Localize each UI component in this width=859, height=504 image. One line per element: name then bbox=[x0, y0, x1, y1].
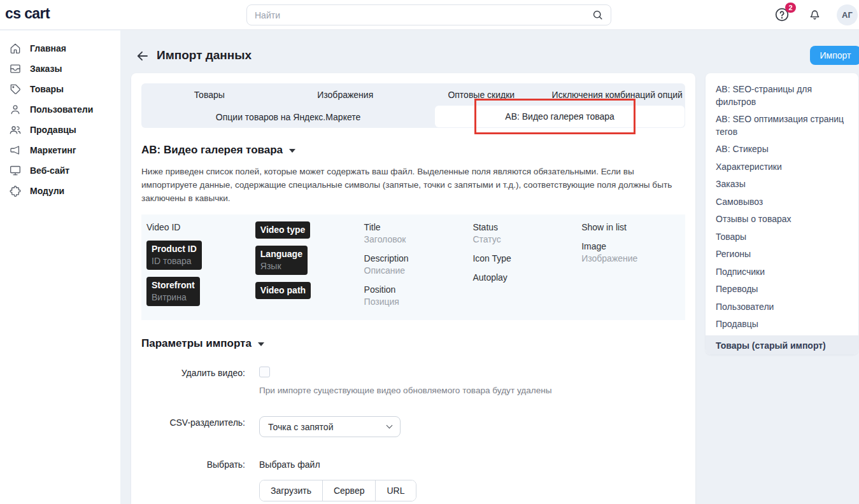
home-icon bbox=[9, 42, 22, 55]
sidebar-item-products[interactable]: Товары bbox=[0, 79, 120, 99]
field-name: Product ID bbox=[152, 243, 197, 255]
import-section-link[interactable]: Характеристики bbox=[706, 158, 858, 176]
caret-down-icon bbox=[289, 149, 295, 153]
sidebar-item-vendors[interactable]: Продавцы bbox=[0, 120, 120, 140]
orders-icon bbox=[9, 62, 22, 75]
help-icon[interactable]: 2 bbox=[774, 6, 790, 23]
field: ImageИзображение bbox=[581, 241, 637, 265]
csv-delimiter-select[interactable]: Точка с запятой bbox=[259, 416, 401, 437]
sidebar-item-orders[interactable]: Заказы bbox=[0, 59, 120, 79]
section-import-params-header[interactable]: Параметры импорта bbox=[141, 337, 685, 350]
field-subtitle: Витрина bbox=[152, 291, 195, 304]
import-sections-panel: АВ: SEO-страницы для фильтровАВ: SEO опт… bbox=[706, 73, 858, 354]
choose-label: Выбрать: bbox=[141, 458, 245, 501]
file-source-button[interactable]: Сервер bbox=[322, 480, 376, 501]
sidebar-item-label: Главная bbox=[30, 43, 66, 53]
bell-icon[interactable] bbox=[807, 7, 822, 22]
sidebar-item-addons[interactable]: Модули bbox=[0, 181, 120, 201]
tabs-row-2: Опции товаров на Яндекс.МаркетеАВ: Видео… bbox=[141, 106, 685, 128]
avatar[interactable]: АГ bbox=[837, 4, 858, 25]
field-required: Video path bbox=[255, 282, 311, 299]
field-name: Language bbox=[260, 248, 302, 260]
import-section-link[interactable]: Продавцы bbox=[706, 316, 858, 333]
csv-delimiter-label: CSV-разделитель: bbox=[141, 416, 245, 437]
import-section-link-active[interactable]: Товары (старый импорт) bbox=[706, 335, 858, 355]
field-subtitle: Язык bbox=[260, 260, 302, 272]
sidebar-item-home[interactable]: Главная bbox=[0, 38, 120, 59]
import-section-link[interactable]: Регионы bbox=[706, 246, 858, 263]
import-section-link[interactable]: АВ: Стикеры bbox=[706, 141, 858, 158]
csv-delimiter-value: Точка с запятой bbox=[268, 422, 333, 432]
field-required: Video type bbox=[255, 221, 311, 239]
field-name: Title bbox=[364, 221, 406, 234]
import-section-link[interactable]: Отзывы о товарах bbox=[706, 211, 858, 228]
topbar: cs cart 2 АГ bbox=[0, 0, 859, 30]
import-section-link[interactable]: Товары bbox=[706, 228, 858, 246]
import-section-link[interactable]: Переводы bbox=[706, 281, 858, 298]
sidebar-item-users[interactable]: Пользователи bbox=[0, 99, 120, 120]
sidebar-item-label: Модули bbox=[30, 186, 64, 196]
file-source-button[interactable]: Загрузить bbox=[260, 480, 322, 501]
file-source-buttons: ЗагрузитьСерверURL bbox=[259, 480, 416, 501]
delete-video-label: Удалить видео: bbox=[141, 367, 245, 395]
fields-column: Video typeLanguageЯзыкVideo path bbox=[250, 221, 359, 319]
help-badge: 2 bbox=[785, 3, 796, 13]
tab[interactable]: Опции товаров на Яндекс.Маркете bbox=[141, 106, 435, 128]
field: Show in list bbox=[581, 221, 627, 234]
import-section-link[interactable]: Заказы bbox=[706, 176, 858, 193]
sidebar-item-label: Заказы bbox=[30, 64, 62, 74]
addons-icon bbox=[9, 185, 22, 197]
fields-column: Video IDProduct IDID товараStorefrontВит… bbox=[141, 221, 250, 319]
import-button[interactable]: Импорт bbox=[810, 46, 859, 65]
delete-video-checkbox[interactable] bbox=[259, 367, 270, 377]
cscart-logo[interactable]: cs cart bbox=[5, 5, 50, 22]
import-section-link[interactable]: Подписчики bbox=[706, 263, 858, 281]
sidebar-item-website[interactable]: Веб-сайт bbox=[0, 160, 120, 181]
import-section-link[interactable]: Пользователи bbox=[706, 298, 858, 316]
choose-file-label: Выбрать файл bbox=[259, 458, 416, 470]
field-required: Product IDID товара bbox=[146, 241, 202, 270]
tab[interactable]: Товары bbox=[141, 83, 278, 106]
file-source-button[interactable]: URL bbox=[375, 480, 415, 501]
search-input[interactable] bbox=[247, 10, 592, 20]
back-arrow-icon[interactable] bbox=[135, 48, 150, 64]
tab[interactable]: Изображения bbox=[278, 83, 414, 106]
field-name: Show in list bbox=[581, 221, 627, 234]
field-required: LanguageЯзык bbox=[255, 246, 308, 275]
import-section-link[interactable]: АВ: SEO-страницы для фильтров bbox=[706, 81, 858, 111]
sidebar-item-label: Продавцы bbox=[30, 125, 76, 135]
fields-column: TitleЗаголовокDescriptionОписаниеPositio… bbox=[359, 221, 468, 319]
field-name: Image bbox=[581, 241, 637, 253]
fields-description: Ниже приведен список полей, которые може… bbox=[141, 165, 681, 205]
search-icon[interactable] bbox=[592, 9, 604, 21]
tab[interactable]: Исключения комбинаций опций bbox=[550, 83, 686, 106]
import-section-link[interactable]: АВ: SEO оптимизация страниц тегов bbox=[706, 111, 858, 141]
field: Autoplay bbox=[472, 272, 507, 284]
tab[interactable]: Оптовые скидки bbox=[413, 83, 550, 106]
chevron-down-icon bbox=[387, 423, 393, 429]
tab-active[interactable]: АВ: Видео галерея товара bbox=[435, 106, 685, 127]
import-tabs: ТоварыИзображенияОптовые скидкиИсключени… bbox=[141, 83, 685, 128]
field-name: Video path bbox=[260, 284, 306, 297]
sidebar-item-label: Пользователи bbox=[30, 104, 93, 115]
form-row-delete-video: Удалить видео: При импорте существующие … bbox=[141, 367, 685, 395]
import-section-link[interactable]: Самовывоз bbox=[706, 193, 858, 211]
fields-column: Show in listImageИзображение bbox=[576, 221, 685, 319]
section-title: АВ: Видео галерея товара bbox=[141, 144, 283, 157]
page-title: Импорт данных bbox=[157, 48, 252, 62]
form-row-csv-delimiter: CSV-разделитель: Точка с запятой bbox=[141, 416, 685, 437]
fields-column: StatusСтатусIcon TypeAutoplay bbox=[467, 221, 576, 319]
sidebar-item-marketing[interactable]: Маркетинг bbox=[0, 140, 120, 160]
products-icon bbox=[9, 83, 22, 95]
field-name: Icon Type bbox=[472, 253, 511, 265]
section-video-gallery-header[interactable]: АВ: Видео галерея товара bbox=[141, 144, 685, 157]
field-subtitle: ID товара bbox=[152, 255, 197, 267]
website-icon bbox=[9, 164, 22, 177]
field-name: Video ID bbox=[146, 221, 180, 234]
delete-video-note: При импорте существующие видео обновляем… bbox=[259, 386, 552, 395]
import-card: ТоварыИзображенияОптовые скидкиИсключени… bbox=[131, 73, 695, 504]
field-subtitle: Позиция bbox=[364, 296, 399, 308]
field: Video ID bbox=[146, 221, 180, 234]
tabs-row-1: ТоварыИзображенияОптовые скидкиИсключени… bbox=[141, 83, 685, 106]
global-search bbox=[246, 4, 611, 25]
